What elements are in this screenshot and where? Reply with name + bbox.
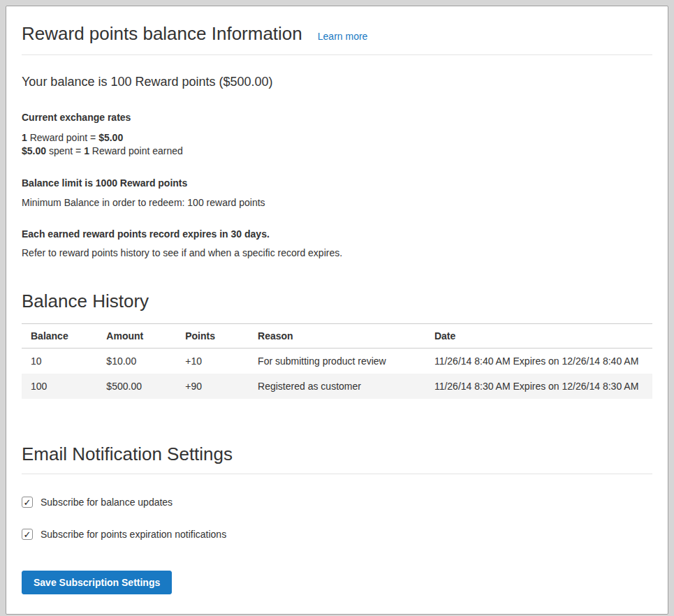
cell-amount: $10.00 bbox=[97, 349, 176, 374]
exchange-rates: 1 Reward point = $5.00 $5.00 spent = 1 R… bbox=[22, 131, 652, 157]
balance-history-heading: Balance History bbox=[22, 291, 652, 312]
cell-points: +90 bbox=[176, 374, 249, 399]
rate-earn-line: 1 Reward point = $5.00 bbox=[22, 131, 652, 145]
email-settings-heading: Email Notification Settings bbox=[22, 443, 652, 474]
column-header-reason: Reason bbox=[249, 324, 425, 349]
cell-balance: 100 bbox=[22, 374, 97, 399]
page-title: Reward points balance Information bbox=[22, 23, 302, 45]
expiration-notifications-label: Subscribe for points expiration notifica… bbox=[41, 529, 226, 540]
reward-points-panel: Reward points balance Information Learn … bbox=[6, 6, 668, 615]
minimum-balance-note: Minimum Balance in order to redeem: 100 … bbox=[22, 197, 652, 208]
balance-history-table: Balance Amount Points Reason Date 10 $10… bbox=[22, 323, 652, 399]
expiration-notifications-checkbox[interactable] bbox=[22, 529, 33, 540]
table-row: 10 $10.00 +10 For submitting product rev… bbox=[22, 349, 652, 374]
cell-balance: 10 bbox=[22, 349, 97, 374]
column-header-balance: Balance bbox=[22, 324, 97, 349]
cell-reason: For submitting product review bbox=[249, 349, 425, 374]
column-header-date: Date bbox=[425, 324, 652, 349]
expiration-heading: Each earned reward points record expires… bbox=[22, 228, 652, 240]
rate-spend-points: 1 bbox=[84, 145, 89, 156]
expiration-note: Refer to reward points history to see if… bbox=[22, 247, 652, 258]
expiration-notifications-option: Subscribe for points expiration notifica… bbox=[22, 529, 652, 540]
balance-updates-label: Subscribe for balance updates bbox=[41, 497, 173, 508]
balance-updates-option: Subscribe for balance updates bbox=[22, 497, 652, 508]
balance-limit-heading: Balance limit is 1000 Reward points bbox=[22, 177, 652, 189]
cell-date: 11/26/14 8:40 AM Expires on 12/26/14 8:4… bbox=[425, 349, 652, 374]
cell-reason: Registered as customer bbox=[249, 374, 425, 399]
page-header: Reward points balance Information Learn … bbox=[22, 19, 652, 55]
cell-points: +10 bbox=[176, 349, 249, 374]
balance-summary: Your balance is 100 Reward points ($500.… bbox=[22, 75, 652, 89]
rate-earn-value: $5.00 bbox=[98, 132, 123, 143]
column-header-amount: Amount bbox=[97, 324, 176, 349]
learn-more-link[interactable]: Learn more bbox=[318, 31, 368, 42]
table-row: 100 $500.00 +90 Registered as customer 1… bbox=[22, 374, 652, 399]
cell-amount: $500.00 bbox=[97, 374, 176, 399]
rate-spend-text: spent = bbox=[46, 145, 84, 156]
column-header-points: Points bbox=[176, 324, 249, 349]
cell-date: 11/26/14 8:30 AM Expires on 12/26/14 8:3… bbox=[425, 374, 652, 399]
rate-spend-tail: Reward point earned bbox=[89, 145, 183, 156]
rate-earn-points: 1 bbox=[22, 132, 27, 143]
rate-earn-text: Reward point = bbox=[27, 132, 98, 143]
rate-spend-line: $5.00 spent = 1 Reward point earned bbox=[22, 145, 652, 158]
table-header-row: Balance Amount Points Reason Date bbox=[22, 324, 652, 349]
exchange-rates-heading: Current exchange rates bbox=[22, 112, 652, 123]
rate-spend-value: $5.00 bbox=[22, 145, 46, 156]
balance-updates-checkbox[interactable] bbox=[22, 497, 33, 508]
save-subscription-settings-button[interactable]: Save Subscription Settings bbox=[22, 571, 172, 594]
